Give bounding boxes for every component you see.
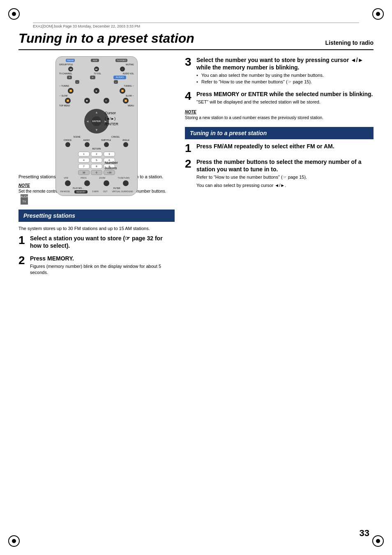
remote-num-10: 10 xyxy=(78,170,90,175)
step-r2-number: 2 xyxy=(185,158,193,170)
remote-playback-row: ⏪ ▶ ⏩ xyxy=(58,88,135,94)
step1-content: Select a station you want to store (☞ pa… xyxy=(30,235,175,251)
remote-muting-label: MUTING xyxy=(126,63,134,66)
remote-circ-btn: ○ xyxy=(120,67,125,71)
remote-left-arrow: ◄ xyxy=(86,120,89,123)
page-subtitle: Listening to radio xyxy=(325,39,374,46)
remote-wrapper: FM/AM AUX TV/VIDEO GROUP/TITLE MUTING ⏮ … xyxy=(18,56,175,171)
page-number: 33 xyxy=(360,528,369,539)
callout-number-text: Numberbuttons xyxy=(105,161,118,170)
step3-number: 3 xyxy=(185,56,193,68)
remote-audio-label: AUDIO xyxy=(83,139,90,141)
remote-tvreturn-label: TV.RETURN xyxy=(118,177,129,179)
remote-nav-row1: ⏮ ⏭ ○ xyxy=(58,67,135,71)
step-r2-body2: You can also select by pressing cursor ◄… xyxy=(196,182,374,189)
remote-choice-btn xyxy=(65,142,70,147)
remote-slowff-btn: ⏩ xyxy=(123,98,129,104)
remote-plus2-btn: + xyxy=(90,76,95,79)
remote-bottom-section: VFM PROG ZOOM TV.RETURN xyxy=(58,177,135,179)
main-content: FM/AM AUX TV/VIDEO GROUP/TITLE MUTING ⏮ … xyxy=(18,56,374,280)
remote-num-2: 2 xyxy=(91,152,102,157)
remote-tvvol-label: TV VOL xyxy=(94,72,101,75)
remote-zoom-label: ZOOM xyxy=(99,177,105,179)
step1-title: Select a station you want to store (☞ pa… xyxy=(30,235,175,249)
remote-group-label: GROUP/TITLE xyxy=(59,63,73,66)
step2-content: Press MEMORY. Figures (memory number) bl… xyxy=(30,255,175,276)
step2-body: Figures (memory number) blink on the dis… xyxy=(30,263,175,276)
remote-scene-label: SCENE xyxy=(74,136,81,138)
remote-up-arrow: ▲ xyxy=(95,111,98,114)
corner-tr xyxy=(372,8,384,20)
remote-tvvideo-btn: TV/VIDEO xyxy=(115,59,127,62)
step3-title: Select the number you want to store by p… xyxy=(196,56,374,71)
remote-label-row: TV CHANNEL TV VOL AUDIO VOL xyxy=(59,72,134,75)
remote-num-7: 7 xyxy=(78,164,90,169)
remote-num-8: 8 xyxy=(91,164,102,169)
presetting-section-header: Presetting stations xyxy=(18,210,175,222)
right-column: 3 Select the number you want to store by… xyxy=(185,56,374,280)
remote-rw-btn: ⏪ xyxy=(68,88,74,94)
corner-tl xyxy=(8,8,20,20)
step2-title: Press MEMORY. xyxy=(30,255,175,262)
remote-vol-row2: - - xyxy=(58,80,135,84)
remote-5wfr-label: 5.WFR xyxy=(92,190,99,193)
remote-vol-row: + + AUDIO xyxy=(58,76,135,79)
remote-prog-btn xyxy=(84,180,90,186)
remote-menu-label: MENU xyxy=(128,104,134,107)
remote-menu-label-row: TOP MENU MENU xyxy=(59,104,134,107)
remote-tuning-right-label: TUNING ☞ xyxy=(124,85,134,87)
remote-out-label: OUT xyxy=(103,190,108,193)
note2-block: NOTE Storing a new station to a used num… xyxy=(185,110,374,121)
file-info: EXA1[DOM].book Page 33 Monday, December … xyxy=(33,23,359,28)
remote-audiovol-label: AUDIO VOL xyxy=(123,72,134,75)
callout-number: Numberbuttons xyxy=(105,160,175,171)
step3-bullet2: Refer to "How to use the number buttons"… xyxy=(196,79,374,85)
remote-pause-btn: ⏸ xyxy=(104,98,109,104)
remote-slowrw-btn: ⏪ xyxy=(65,98,71,104)
file-info-text: EXA1[DOM].book Page 33 Monday, December … xyxy=(33,24,140,28)
remote-playmode-row-btns: FM MODE MEMORY 5.WFR OUT VIRTUAL SURROUN… xyxy=(58,190,135,193)
remote-prog-label: PROG xyxy=(81,177,87,179)
audio-mode-icon: AUDIOTV xyxy=(21,194,28,205)
remote-stop-row: ⏪ ⏹ ⏸ ⏩ xyxy=(58,98,135,104)
remote-bottom-btn-row xyxy=(58,180,135,186)
remote-minus2-btn: - xyxy=(114,80,118,84)
remote-stop-btn: ⏹ xyxy=(84,98,90,104)
remote-zoom-btn xyxy=(104,180,109,186)
remote-fmmode-label: FM MODE xyxy=(60,190,70,193)
tuning-section-header: Tuning in to a preset station xyxy=(185,127,374,139)
remote-audio-btn: AUDIO xyxy=(113,76,126,79)
remote-row2: GROUP/TITLE MUTING xyxy=(59,63,134,66)
remote-tvchannel-label: TV CHANNEL xyxy=(59,72,72,75)
corner-bl xyxy=(8,535,20,547)
corner-br xyxy=(372,535,384,547)
remote-num-0: 0 xyxy=(91,170,102,175)
step-r1-content: Press FM/AM repeatedly to select either … xyxy=(196,143,374,151)
callout-cursor-text: Cursor(◄/►)/ENTER xyxy=(105,111,118,126)
remote-prev-btn: ⏮ xyxy=(68,67,73,71)
remote-return-label: RETURN xyxy=(92,147,101,150)
step4-number: 4 xyxy=(185,90,193,102)
step-r2-body1: Refer to "How to use the number buttons"… xyxy=(196,174,374,180)
step-r2-title: Press the number buttons to select the m… xyxy=(196,158,374,173)
remote-vfm-btn xyxy=(65,180,71,186)
page-title: Tuning in to a preset station xyxy=(18,31,194,46)
step4-body: "SET" will be displayed and the selected… xyxy=(196,99,374,105)
callout-cursor: Cursor(◄/►)/ENTER xyxy=(105,111,175,127)
remote-virtual-label: VIRTUAL SURROUND xyxy=(112,190,133,193)
remote-ff-btn: ⏩ xyxy=(120,88,125,94)
step-r1-container: 1 Press FM/AM repeatedly to select eithe… xyxy=(185,143,374,154)
step-r2-container: 2 Press the number buttons to select the… xyxy=(185,158,374,189)
remote-num-1: 1 xyxy=(78,152,90,157)
page-header: Tuning in to a preset station Listening … xyxy=(18,31,374,50)
remote-slow-left-label: ☞ SLOW xyxy=(59,94,67,97)
step4-container: 4 Press MEMORY or ENTER while the select… xyxy=(185,90,374,106)
remote-audio2-btn xyxy=(85,142,90,147)
step3-bullet1: You can also select the number by using … xyxy=(196,72,374,78)
remote-down-arrow: ▼ xyxy=(95,128,98,132)
remote-filter-label: FILTER xyxy=(113,187,120,189)
remote-tvreturn-btn xyxy=(123,180,129,186)
left-column: FM/AM AUX TV/VIDEO GROUP/TITLE MUTING ⏮ … xyxy=(18,56,175,280)
step4-content: Press MEMORY or ENTER while the selected… xyxy=(196,90,374,106)
step3-container: 3 Select the number you want to store by… xyxy=(185,56,374,86)
